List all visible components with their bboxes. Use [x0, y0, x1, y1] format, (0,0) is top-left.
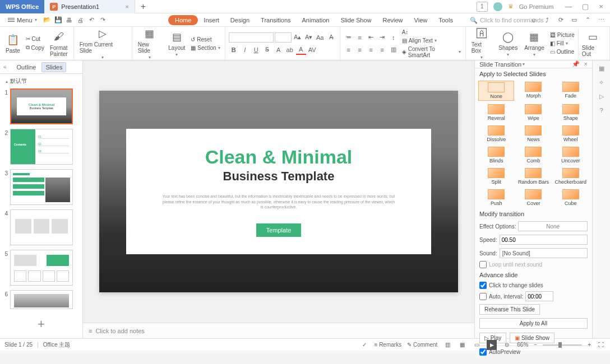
- slide-thumbnail-4[interactable]: [10, 209, 73, 245]
- cut-button[interactable]: ✂Cut: [25, 35, 45, 43]
- tab-insert[interactable]: Insert: [198, 15, 225, 26]
- transition-blinds[interactable]: Blinds: [478, 146, 514, 165]
- slideshow-play-button[interactable]: ▶: [487, 340, 497, 350]
- zoom-level[interactable]: 66%: [517, 342, 528, 348]
- transition-morph[interactable]: Morph: [515, 81, 551, 101]
- transition-cube[interactable]: Cube: [553, 188, 589, 207]
- transition-uncover[interactable]: Uncover: [553, 146, 589, 165]
- slide-description[interactable]: Your text has been concise and beautiful…: [161, 194, 396, 210]
- speed-input[interactable]: [500, 235, 588, 245]
- transition-dissolve[interactable]: Dissolve: [478, 124, 514, 143]
- slide-canvas[interactable]: Clean & Minimal Business Template Your t…: [99, 91, 458, 292]
- maximize-button[interactable]: ▢: [580, 2, 591, 11]
- document-tab[interactable]: P Presentation1 ×: [44, 0, 135, 13]
- decrease-font-icon[interactable]: A▾: [304, 32, 314, 43]
- sorter-view-icon[interactable]: ▦: [458, 340, 466, 349]
- transition-push[interactable]: Push: [478, 188, 514, 207]
- slide-thumbnail-5[interactable]: [10, 250, 73, 286]
- slide-out-button[interactable]: ▭Slide Out: [578, 29, 606, 58]
- save-icon[interactable]: 💾: [54, 16, 63, 25]
- tab-home[interactable]: Home: [168, 15, 198, 25]
- transition-wheel[interactable]: Wheel: [553, 124, 589, 143]
- share-icon[interactable]: ⤴: [543, 16, 552, 25]
- fit-to-window-icon[interactable]: ⛶: [597, 340, 606, 349]
- reset-button[interactable]: ↺Reset: [190, 36, 221, 43]
- reading-view-icon[interactable]: ▭: [472, 340, 481, 349]
- justify-button[interactable]: ≡: [377, 45, 387, 55]
- menu-button[interactable]: Menu ▾: [4, 16, 40, 25]
- add-tab-button[interactable]: +: [135, 2, 151, 12]
- spellcheck-icon[interactable]: ✓: [360, 340, 369, 349]
- align-center-button[interactable]: ≡: [355, 45, 365, 55]
- history-icon[interactable]: ⟳: [556, 16, 565, 25]
- bullets-button[interactable]: ≔: [344, 32, 354, 43]
- outline-tab[interactable]: Outline: [13, 63, 40, 72]
- normal-view-icon[interactable]: ▥: [443, 340, 452, 349]
- text-direction-button[interactable]: A↕: [401, 29, 462, 36]
- line-spacing-button[interactable]: ↕: [389, 32, 399, 43]
- font-size-select[interactable]: [275, 32, 292, 43]
- shadow-button[interactable]: A: [274, 45, 284, 55]
- rehearse-button[interactable]: Rehearse This Slide: [479, 304, 540, 315]
- tab-slide-show[interactable]: Slide Show: [335, 15, 377, 26]
- picture-button[interactable]: 🖼Picture: [549, 31, 576, 39]
- shapes-button[interactable]: ◯Shapes▾: [496, 29, 520, 58]
- zoom-slider[interactable]: [543, 344, 582, 346]
- transition-fade[interactable]: Fade: [553, 81, 589, 101]
- tab-design[interactable]: Design: [225, 15, 255, 26]
- close-tab-icon[interactable]: ×: [125, 3, 128, 10]
- copy-button[interactable]: ⧉Copy: [25, 44, 45, 52]
- feedback-icon[interactable]: ☺: [529, 16, 538, 25]
- open-icon[interactable]: 📂: [43, 16, 52, 25]
- tab-transitions[interactable]: Transitions: [255, 15, 296, 26]
- slide-thumbnail-2[interactable]: Contents 01. 02. 03.: [10, 129, 73, 165]
- transition-wipe[interactable]: Wipe: [515, 103, 551, 122]
- updates-icon[interactable]: 1: [477, 2, 488, 12]
- numbering-button[interactable]: ≡: [355, 32, 365, 43]
- transition-reveral[interactable]: Reveral: [478, 103, 514, 122]
- section-header[interactable]: ▴默认节: [1, 76, 81, 86]
- new-slide-button[interactable]: ▦ New Slide▾: [136, 26, 164, 61]
- increase-indent-button[interactable]: ⇥: [377, 32, 387, 43]
- more-icon[interactable]: ⋯: [597, 16, 606, 25]
- print-preview-icon[interactable]: 🖨: [76, 16, 85, 25]
- zoom-minus-button[interactable]: −: [534, 342, 537, 348]
- overflow-icon[interactable]: ▭: [570, 16, 579, 25]
- rail-layers-icon[interactable]: ▦: [599, 65, 604, 72]
- outline-button[interactable]: ▭Outline: [549, 48, 576, 55]
- slide-thumbnail-3[interactable]: [10, 169, 73, 205]
- collapse-panel-icon[interactable]: «: [3, 64, 7, 70]
- slide-title[interactable]: Clean & Minimal: [205, 146, 353, 168]
- slide-thumbnail-6[interactable]: [10, 290, 73, 309]
- slide-thumbnail-1[interactable]: Clean & Minimal Business Template: [10, 88, 73, 124]
- italic-button[interactable]: I: [240, 45, 250, 55]
- zoom-out-icon[interactable]: ⊖: [502, 340, 511, 349]
- columns-button[interactable]: ▥: [389, 45, 399, 55]
- close-window-button[interactable]: ×: [597, 2, 606, 11]
- rail-help-icon[interactable]: ?: [599, 107, 603, 114]
- character-spacing-button[interactable]: AV: [307, 45, 317, 55]
- sound-select[interactable]: [No Sound]: [500, 248, 588, 258]
- slides-tab[interactable]: Slides: [41, 62, 66, 72]
- align-text-button[interactable]: ▤Align Text▾: [401, 37, 462, 44]
- transition-cover[interactable]: Cover: [515, 188, 551, 207]
- avatar[interactable]: [493, 2, 502, 11]
- transition-checkerboard[interactable]: Checkerboard: [553, 167, 589, 186]
- close-panel-icon[interactable]: ×: [584, 60, 588, 68]
- transition-shape[interactable]: Shape: [553, 103, 589, 122]
- go-premium-link[interactable]: Go Premium: [519, 3, 554, 10]
- transition-news[interactable]: News: [515, 124, 551, 143]
- convert-smartart-button[interactable]: ◈Convert To SmartArt▾: [401, 45, 462, 59]
- tab-view[interactable]: View: [409, 15, 433, 26]
- font-color-button[interactable]: A: [296, 45, 306, 55]
- rail-transition-icon[interactable]: ▷: [599, 93, 604, 100]
- highlight-button[interactable]: ab: [285, 45, 295, 55]
- transition-split[interactable]: Split: [478, 167, 514, 186]
- remarks-button[interactable]: ≡ Remarks: [375, 342, 402, 348]
- change-case-icon[interactable]: Aa: [315, 32, 325, 43]
- transition-none[interactable]: None: [478, 81, 514, 101]
- underline-button[interactable]: U: [251, 45, 261, 55]
- tab-review[interactable]: Review: [377, 15, 408, 26]
- add-slide-button[interactable]: +: [1, 311, 81, 337]
- undo-icon[interactable]: ↶: [87, 16, 96, 25]
